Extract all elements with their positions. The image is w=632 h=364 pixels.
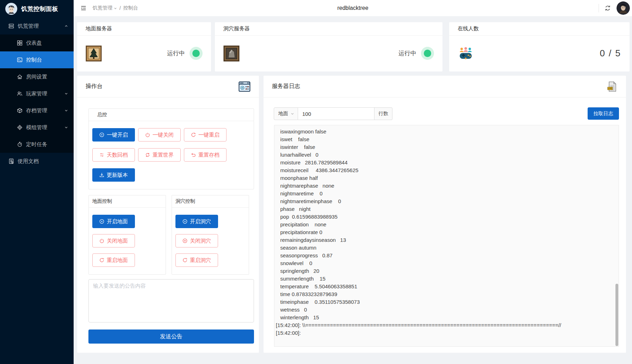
- log-lines-input[interactable]: [298, 107, 374, 120]
- sidebar-item-label: 控制台: [26, 57, 42, 63]
- sidebar-item-label: 仪表盘: [26, 40, 42, 46]
- sidebar-item-mods[interactable]: 模组管理: [0, 119, 74, 136]
- log-scrollbar-thumb[interactable]: [615, 284, 618, 346]
- announcement-input[interactable]: [88, 279, 254, 322]
- breadcrumb-current: 控制台: [123, 5, 138, 11]
- app-window: 饥荒控制面板 饥荒管理: [0, 0, 632, 364]
- ground-control-box: 地面控制 开启地面: [88, 195, 166, 275]
- sidebar-item-room-settings[interactable]: 房间设置: [0, 68, 74, 85]
- start-ground-label: 开启地面: [107, 218, 128, 225]
- restart-cave-label: 重启洞穴: [190, 257, 211, 264]
- user-avatar[interactable]: [616, 1, 630, 15]
- sidebar-item-console[interactable]: 控制台: [0, 51, 74, 68]
- log-panel-title: 服务器日志: [272, 83, 300, 90]
- log-file-icon: LOG: [607, 81, 618, 92]
- sidebar-group-manage[interactable]: 饥荒管理: [0, 18, 74, 34]
- start-all-button[interactable]: 一键开启: [92, 128, 135, 142]
- sidebar-item-scheduled-tasks[interactable]: 定时任务: [0, 136, 74, 153]
- start-cave-button[interactable]: 开启洞穴: [175, 215, 218, 228]
- wilson-avatar-icon: [5, 2, 18, 15]
- team-icon: [17, 91, 23, 96]
- breadcrumb-group[interactable]: 饥荒管理: [93, 5, 117, 11]
- log-output-box[interactable]: iswaxingmoon false iswet false iswinter …: [274, 125, 619, 347]
- reset-world-label: 重置世界: [153, 152, 174, 158]
- stop-all-label: 一键关闭: [153, 132, 174, 138]
- sidebar-item-saves[interactable]: 存档管理: [0, 102, 74, 119]
- rollback-days-label: 天数回档: [107, 152, 128, 158]
- log-world-select[interactable]: 地面: [274, 107, 298, 120]
- log-lines-input-group: 地面 行数: [274, 107, 392, 120]
- console-panel: 操作台: [77, 76, 259, 353]
- sidebar-item-label: 模组管理: [26, 124, 47, 131]
- restart-ground-label: 重启地面: [107, 257, 128, 264]
- chevron-down-icon: [64, 126, 68, 129]
- cave-server-card: 洞穴服务器 运行中: [215, 22, 442, 71]
- console-icon: [17, 57, 23, 63]
- log-panel: 服务器日志 LOG 地面: [264, 76, 626, 353]
- sidebar-item-label: 存档管理: [26, 107, 47, 114]
- rollback-days-button[interactable]: 天数回档: [92, 148, 135, 162]
- ground-server-status: 运行中: [167, 49, 185, 57]
- sidebar-submenu: 仪表盘 控制台 房间设置: [0, 34, 74, 153]
- start-ground-button[interactable]: 开启地面: [92, 215, 135, 228]
- ground-world-icon: [86, 45, 102, 62]
- server-icon: [8, 23, 14, 29]
- cave-server-status: 运行中: [398, 49, 416, 57]
- stop-ground-button[interactable]: 关闭地面: [92, 234, 135, 247]
- app-title: 饥荒控制面板: [21, 5, 58, 13]
- master-control-title: 总控: [89, 109, 254, 121]
- stop-cave-button[interactable]: 关闭洞穴: [175, 234, 218, 247]
- stop-cave-label: 关闭洞穴: [190, 238, 211, 244]
- pull-log-button[interactable]: 拉取日志: [588, 107, 619, 120]
- cave-world-icon: [223, 45, 240, 62]
- console-panel-title: 操作台: [86, 83, 103, 90]
- online-count: 0 / 5: [600, 48, 621, 59]
- sidebar: 饥荒控制面板 饥荒管理: [0, 0, 74, 364]
- sidebar-item-players[interactable]: 玩家管理: [0, 85, 74, 102]
- restart-ground-button[interactable]: 重启地面: [92, 253, 135, 267]
- master-control-box: 总控 一键开启: [88, 108, 254, 189]
- sidebar-item-label: 房间设置: [26, 74, 47, 80]
- ground-control-title: 地面控制: [89, 195, 166, 208]
- chevron-down-icon: [291, 112, 294, 115]
- ground-server-card-title: 地面服务器: [77, 22, 211, 36]
- breadcrumb-group-label: 饥荒管理: [93, 5, 112, 11]
- reset-save-button[interactable]: 重置存档: [184, 148, 227, 162]
- document-search-icon: [8, 158, 14, 164]
- send-announcement-button[interactable]: 发送公告: [88, 330, 254, 344]
- ground-server-card: 地面服务器 运行中: [77, 22, 211, 71]
- stop-all-button[interactable]: 一键关闭: [138, 128, 181, 142]
- log-lines-addon: 行数: [374, 107, 392, 120]
- home-icon: [17, 74, 23, 80]
- sidebar-item-label: 玩家管理: [26, 90, 47, 97]
- log-world-select-value: 地面: [278, 111, 288, 117]
- reset-save-label: 重置存档: [198, 152, 219, 158]
- menu-fold-icon[interactable]: [80, 5, 87, 11]
- chevron-up-icon: [64, 24, 68, 28]
- breadcrumb-separator: /: [119, 5, 121, 11]
- restart-all-button[interactable]: 一键重启: [184, 128, 227, 142]
- mods-icon: [17, 125, 23, 130]
- chevron-down-icon: [114, 7, 117, 10]
- sidebar-item-label: 定时任务: [26, 141, 47, 148]
- refresh-icon[interactable]: [605, 5, 611, 11]
- sidebar-item-docs[interactable]: 使用文档: [0, 153, 74, 170]
- start-cave-label: 开启洞穴: [190, 218, 211, 225]
- start-all-label: 一键开启: [107, 132, 128, 138]
- cave-control-title: 洞穴控制: [172, 195, 249, 208]
- page-title: redblacktree: [337, 5, 368, 11]
- update-version-button[interactable]: 更新版本: [92, 168, 135, 182]
- topbar: 饥荒管理 / 控制台 redblacktree: [74, 0, 632, 16]
- chevron-down-icon: [64, 92, 68, 95]
- reset-world-button[interactable]: 重置世界: [138, 148, 181, 162]
- svg-text:LOG: LOG: [608, 87, 612, 89]
- sidebar-item-label: 使用文档: [18, 158, 39, 165]
- timer-icon: [17, 142, 23, 147]
- restart-cave-button[interactable]: 重启洞穴: [175, 253, 218, 267]
- update-version-label: 更新版本: [107, 172, 128, 178]
- restart-all-label: 一键重启: [198, 132, 219, 138]
- online-players-card: 在线人数 0 / 5: [449, 22, 630, 71]
- chevron-down-icon: [64, 109, 68, 112]
- sidebar-item-dashboard[interactable]: 仪表盘: [0, 34, 74, 51]
- topbar-divider: [599, 4, 599, 12]
